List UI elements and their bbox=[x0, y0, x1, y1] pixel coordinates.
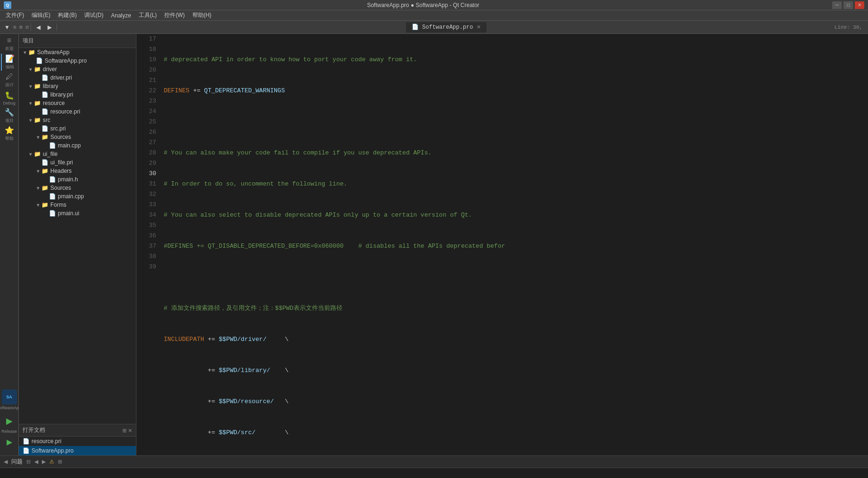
code-line-17: # deprecated API in order to know how to… bbox=[164, 55, 868, 65]
tree-item-softwareapp[interactable]: ▼ 📁 SoftwareApp bbox=[19, 48, 136, 57]
bottom-panel-next[interactable]: ▶ bbox=[42, 459, 46, 465]
arrow-resource: ▼ bbox=[28, 101, 34, 106]
close-button[interactable]: ✕ bbox=[855, 1, 864, 9]
arrow-src: ▼ bbox=[28, 118, 34, 123]
tree-item-driver-pri[interactable]: 📄 driver.pri bbox=[19, 73, 136, 82]
sidebar-icon-projects[interactable]: 🔧 项目 bbox=[1, 107, 18, 124]
label-ui-file: ui_file bbox=[43, 151, 57, 157]
code-line-18: DEFINES += QT_DEPRECATED_WARNINGS bbox=[164, 86, 868, 96]
menu-edit[interactable]: 编辑(E) bbox=[28, 10, 54, 20]
menu-analyze[interactable]: Analyze bbox=[107, 11, 135, 20]
tree-item-resource[interactable]: ▼ 📁 resource bbox=[19, 99, 136, 107]
label-resource-pri: resource.pri bbox=[50, 108, 80, 115]
bottom-panel-options[interactable]: ⊞ bbox=[58, 459, 62, 465]
build-button[interactable]: ▶ bbox=[1, 434, 17, 450]
tree-item-library-pri[interactable]: 📄 library.pri bbox=[19, 90, 136, 99]
p-26b: \ bbox=[266, 336, 288, 343]
tree-item-library[interactable]: ▼ 📁 library bbox=[19, 82, 136, 90]
toolbar-icons: ⚙ ⊞ ⊟ bbox=[13, 24, 29, 30]
tree-item-sources-src[interactable]: ▼ 📁 Sources bbox=[19, 133, 136, 141]
design-label: 设计 bbox=[5, 82, 14, 88]
sidebar-icon-help[interactable]: ⭐ 帮助 bbox=[1, 125, 18, 142]
tree-item-driver[interactable]: ▼ 📁 driver bbox=[19, 65, 136, 73]
ln-28: 28 bbox=[140, 148, 156, 158]
menu-tools[interactable]: 工具(L) bbox=[135, 10, 161, 20]
label-softwareapp-pro: SoftwareApp.pro bbox=[45, 57, 87, 64]
arrow-forms: ▼ bbox=[36, 203, 41, 208]
pri-icon-resource: 📄 bbox=[41, 108, 48, 115]
toolbar: ▼ ⚙ ⊞ ⊟ ◀ ▶ 📄 SoftwareApp.pro ✕ Line: 30… bbox=[0, 21, 868, 34]
code-content[interactable]: # deprecated API in order to know how to… bbox=[160, 34, 868, 455]
edit-icon: 📝 bbox=[5, 54, 15, 64]
menu-build[interactable]: 构建(B) bbox=[54, 10, 80, 20]
arrow-headers: ▼ bbox=[36, 169, 41, 174]
tree-item-ui-file-pri[interactable]: 📄 ui_file.pri bbox=[19, 158, 136, 167]
label-pmain-ui: pmain.ui bbox=[58, 210, 79, 217]
toolbar-back[interactable]: ◀ bbox=[33, 22, 43, 32]
label-softwareapp: SoftwareApp bbox=[37, 49, 70, 56]
sidebar-icon-design[interactable]: 🖊 设计 bbox=[1, 72, 18, 89]
ln-24: 24 bbox=[140, 106, 156, 117]
maximize-button[interactable]: □ bbox=[844, 1, 853, 9]
p-28a: += bbox=[164, 398, 219, 405]
run-button[interactable]: ▶ bbox=[1, 413, 17, 429]
pro-icon-softwareapp: 📄 bbox=[36, 57, 43, 64]
comment-20: # You can also make your code fail to co… bbox=[164, 149, 432, 156]
tree-item-softwareapp-pro[interactable]: 📄 SoftwareApp.pro bbox=[19, 57, 136, 65]
v-26: $$PWD/driver/ bbox=[219, 336, 266, 343]
tree-item-pmain-ui[interactable]: 📄 pmain.ui bbox=[19, 209, 136, 218]
label-driver: driver bbox=[43, 66, 57, 73]
sidebar-icon-edit[interactable]: 📝 编辑 bbox=[1, 54, 18, 71]
app-icon: Q bbox=[4, 1, 11, 9]
line-info: Line: 30, bbox=[835, 24, 862, 30]
menu-debug[interactable]: 调试(D) bbox=[80, 10, 107, 20]
arrow-softwareapp: ▼ bbox=[23, 50, 28, 55]
sidebar-icon-debug[interactable]: 🐛 Debug bbox=[1, 89, 18, 106]
open-files-close[interactable]: ✕ bbox=[128, 428, 132, 434]
tree-item-pmain-cpp[interactable]: 📄 pmain.cpp bbox=[19, 192, 136, 201]
label-resource: resource bbox=[43, 100, 65, 106]
tab-close-main[interactable]: ✕ bbox=[477, 24, 481, 30]
bottom-panel-scroll-left[interactable]: ◀ bbox=[4, 459, 8, 465]
open-files-options[interactable]: ⊞ bbox=[122, 428, 127, 434]
minimize-button[interactable]: ─ bbox=[832, 1, 842, 9]
open-file-softwareapp-pro[interactable]: 📄 SoftwareApp.pro bbox=[19, 446, 136, 455]
design-icon: 🖊 bbox=[6, 73, 13, 81]
tree-item-forms[interactable]: ▼ 📁 Forms bbox=[19, 201, 136, 209]
tree-item-resource-pri[interactable]: 📄 resource.pri bbox=[19, 107, 136, 116]
pri-icon-driver: 📄 bbox=[41, 74, 48, 81]
ln-32: 32 bbox=[140, 189, 156, 200]
tree-item-ui-file[interactable]: ▼ 📁 ui_file bbox=[19, 150, 136, 158]
menu-file[interactable]: 文件(F) bbox=[2, 10, 28, 20]
tree-item-main-cpp[interactable]: 📄 main.cpp bbox=[19, 141, 136, 150]
bottom-panel-filter[interactable]: ⊟ bbox=[26, 459, 31, 465]
folder-icon-sources-uifile: 📁 bbox=[41, 185, 48, 191]
label-main-cpp: main.cpp bbox=[58, 142, 81, 149]
pri-icon-library: 📄 bbox=[41, 91, 48, 98]
open-files-header: 打开文档 ⊞ ✕ bbox=[19, 424, 136, 437]
open-file-resource-pri[interactable]: 📄 resource.pri bbox=[19, 437, 136, 446]
ln-22: 22 bbox=[140, 86, 156, 96]
menu-controls[interactable]: 控件(W) bbox=[160, 10, 188, 20]
keyword-defines: DEFINES bbox=[164, 87, 190, 94]
toolbar-forward[interactable]: ▶ bbox=[44, 22, 55, 32]
ln-23: 23 bbox=[140, 96, 156, 106]
tree-item-src-pri[interactable]: 📄 src.pri bbox=[19, 124, 136, 133]
bottom-panel-prev[interactable]: ◀ bbox=[34, 459, 38, 465]
tree-item-pmain-h[interactable]: 📄 pmain.h bbox=[19, 175, 136, 184]
bottom-panel-warning[interactable]: ⚠ bbox=[49, 459, 54, 465]
sidebar-icon-welcome[interactable]: ≡ 欢迎 bbox=[1, 36, 18, 53]
help-label: 帮助 bbox=[5, 136, 14, 142]
menu-help[interactable]: 帮助(H) bbox=[189, 10, 215, 20]
comment-23: #DEFINES += QT_DISABLE_DEPRECATED_BEFORE… bbox=[164, 243, 505, 250]
code-line-26: INCLUDEPATH += $$PWD/driver/ \ bbox=[164, 334, 868, 345]
tree-item-headers[interactable]: ▼ 📁 Headers bbox=[19, 167, 136, 175]
bottom-panel-title: 问题 bbox=[11, 458, 23, 466]
tree-item-sources-uifile[interactable]: ▼ 📁 Sources bbox=[19, 184, 136, 192]
open-file-label-resource: resource.pri bbox=[32, 438, 61, 445]
tree-item-src[interactable]: ▼ 📁 src bbox=[19, 116, 136, 124]
plain-18a: += bbox=[190, 87, 204, 94]
toolbar-filter[interactable]: ▼ bbox=[2, 22, 12, 32]
p-28b: \ bbox=[274, 398, 288, 405]
code-line-28: += $$PWD/resource/ \ bbox=[164, 397, 868, 407]
